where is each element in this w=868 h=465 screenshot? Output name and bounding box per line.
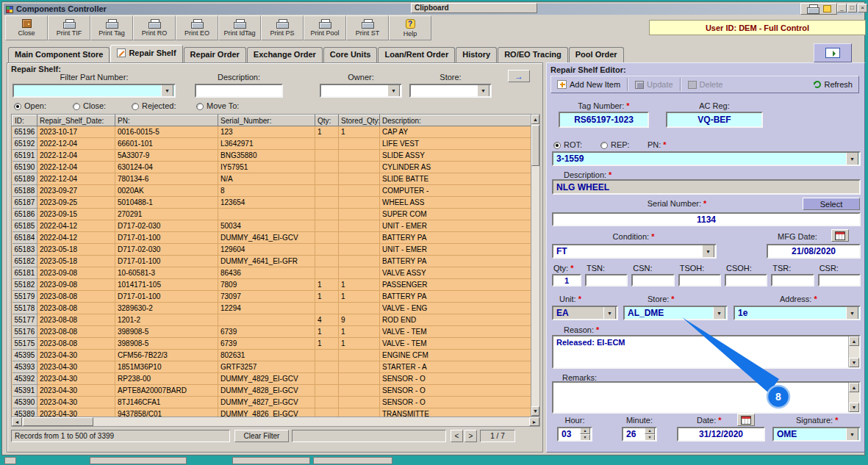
table-row[interactable]: 55178 2023-08-08 3289630-2 12294 VALVE -… (12, 303, 531, 314)
tsr-field[interactable] (771, 274, 814, 286)
col-pn[interactable]: PN: (115, 115, 218, 126)
prev-page-button[interactable]: < (451, 430, 463, 442)
table-row[interactable]: 65190 2022-12-04 630124-04 IY57951 CYLIN… (12, 162, 531, 173)
filter-owner-dropdown-icon[interactable]: ▼ (387, 84, 400, 97)
delete-button[interactable]: Delete (684, 79, 727, 90)
scroll-up-icon[interactable]: ▲ (849, 383, 859, 392)
reason-textarea[interactable]: Released: EI-ECM ▲ ▼ (552, 335, 861, 369)
table-row[interactable]: 55176 2023-08-08 398908-5 6739 1 1 VALVE… (12, 326, 531, 338)
scroll-up-icon[interactable]: ▲ (849, 336, 859, 346)
scroll-left-icon[interactable]: ◄ (12, 417, 22, 426)
col-serial-number[interactable]: Serial_Number: (218, 115, 315, 126)
store-dropdown-icon[interactable]: ▼ (713, 306, 725, 320)
hour-spinner[interactable]: ▲▼ (580, 428, 590, 441)
csr-field[interactable] (818, 274, 861, 286)
filter-part-number-input[interactable]: ▼ (12, 84, 176, 98)
col-description[interactable]: Description: (380, 115, 531, 126)
qty-field[interactable]: 1 (552, 274, 581, 286)
tab-repair-shelf[interactable]: Repair Shelf (110, 45, 182, 62)
csoh-field[interactable] (725, 274, 767, 286)
minute-spinner[interactable]: ▲▼ (645, 428, 655, 441)
scroll-down-icon[interactable]: ▼ (531, 406, 539, 416)
export-button[interactable] (814, 43, 852, 62)
scroll-up-icon[interactable]: ▲ (531, 115, 539, 124)
condition-select[interactable]: FT ▼ (552, 244, 717, 259)
print-st-button[interactable]: Print ST (346, 15, 389, 40)
radio-rejected[interactable]: Rejected: (132, 101, 176, 110)
tab-repair-order[interactable]: Repair Order (184, 47, 246, 62)
store-select[interactable]: AL_DME ▼ (623, 306, 728, 320)
table-row[interactable]: 55175 2023-08-08 398908-5 6739 1 1 VALVE… (12, 338, 531, 350)
table-row[interactable]: 65181 2023-09-08 10-60581-3 86436 VALVE … (12, 267, 531, 279)
unit-dropdown-icon[interactable]: ▼ (603, 306, 616, 320)
mfg-calendar-button[interactable] (831, 229, 849, 242)
table-row[interactable]: 65183 2023-05-18 D717-02-030 129604 UNIT… (12, 244, 531, 256)
table-row[interactable]: 65196 2023-10-17 0016-0015-5 123 1 1 CAP… (12, 126, 531, 138)
print-tif-button[interactable]: Print TIF (48, 15, 90, 40)
serial-number-field[interactable]: 1134 (552, 212, 861, 226)
pn-dropdown-icon[interactable]: ▼ (846, 152, 858, 165)
table-row[interactable]: 45392 2023-04-30 RP238-00 DUMMY_4829_EI-… (12, 373, 531, 385)
tsn-field[interactable] (585, 274, 628, 286)
table-row[interactable]: 45391 2023-04-30 APTE8A20007BARD DUMMY_4… (12, 385, 531, 397)
tab-loan-rent-order[interactable]: Loan/Rent Order (378, 47, 455, 62)
clear-filter-button[interactable]: Clear Filter (234, 430, 289, 442)
address-select[interactable]: 1e ▼ (734, 306, 861, 320)
hour-stepper[interactable]: 03 ▲▼ (557, 427, 592, 441)
table-row[interactable]: 55179 2023-08-08 D717-01-100 73097 1 1 B… (12, 291, 531, 303)
table-row[interactable]: 45393 2023-04-30 1851M36P10 GRTF3257 STA… (12, 361, 531, 373)
close-button[interactable]: Close (5, 15, 48, 40)
filter-description-input[interactable] (195, 84, 283, 98)
update-button[interactable]: Update (631, 79, 676, 90)
radio-move-to[interactable]: Move To: (196, 101, 239, 110)
scroll-down-icon[interactable]: ▼ (849, 403, 859, 412)
filter-store-select[interactable]: ▼ (409, 84, 492, 98)
close-window-button[interactable]: × (858, 4, 867, 12)
next-page-button[interactable]: > (465, 430, 477, 442)
table-row[interactable]: 65189 2022-12-04 780134-6 N/A SLIDE BATT… (12, 173, 531, 185)
table-row[interactable]: 65182 2023-05-18 D717-01-100 DUMMY_4641_… (12, 256, 531, 267)
signature-select[interactable]: OME ▼ (772, 427, 861, 441)
remarks-scrollbar[interactable]: ▲ ▼ (848, 383, 859, 412)
col-repair-shelf-date[interactable]: Repair_Shelf_Date: (37, 115, 115, 126)
print-pool-button[interactable]: Print Pool (304, 15, 346, 40)
table-row[interactable]: 65185 2022-04-12 D717-02-030 50034 UNIT … (12, 220, 531, 232)
signature-dropdown-icon[interactable]: ▼ (846, 428, 858, 441)
table-row[interactable]: 65187 2023-09-25 5010488-1 123654 WHEEL … (12, 197, 531, 209)
print-eo-button[interactable]: Print EO (176, 15, 218, 40)
tab-main-component-store[interactable]: Main Component Store (8, 47, 110, 62)
ac-reg-field[interactable]: VQ-BEF (666, 112, 763, 128)
tag-number-field[interactable]: RS65197-1023 (559, 112, 649, 128)
pn-select[interactable]: 3-1559 ▼ (552, 151, 861, 166)
radio-close[interactable]: Close: (73, 101, 106, 110)
col-qty[interactable]: Qty: (315, 115, 339, 126)
spin-up-icon[interactable]: ▲ (580, 428, 590, 434)
refresh-button[interactable]: Refresh (810, 79, 856, 90)
print-idtag-button[interactable]: Print IdTag (218, 15, 261, 40)
date-field[interactable]: 31/12/2020 (677, 427, 765, 441)
spin-down-icon[interactable]: ▼ (645, 434, 655, 441)
scroll-right-icon[interactable]: ► (529, 417, 539, 426)
table-row[interactable]: 55177 2023-08-08 1201-2 4 9 ROD END (12, 314, 531, 326)
tab-pool-order[interactable]: Pool Order (569, 47, 624, 62)
table-row[interactable]: 65192 2022-12-04 66601-101 L3642971 LIFE… (12, 138, 531, 150)
add-new-item-button[interactable]: Add New Item (553, 79, 624, 90)
unit-select[interactable]: EA ▼ (552, 306, 618, 320)
tools-shortcut-icon[interactable] (823, 5, 831, 12)
csn-field[interactable] (631, 274, 674, 286)
go-filter-button[interactable]: → (508, 70, 530, 82)
filter-store-dropdown-icon[interactable]: ▼ (477, 84, 489, 97)
tab-exchange-order[interactable]: Exchange Order (247, 47, 323, 62)
tsoh-field[interactable] (678, 274, 721, 286)
spin-down-icon[interactable]: ▼ (580, 434, 590, 441)
address-dropdown-icon[interactable]: ▼ (846, 306, 858, 320)
print-tag-button[interactable]: Print Tag (90, 15, 133, 40)
col-id[interactable]: ID: (12, 115, 37, 126)
maximize-button[interactable]: □ (847, 4, 857, 12)
table-row[interactable]: 65188 2023-09-27 0020AK 8 COMPUTER - (12, 185, 531, 197)
filter-part-dropdown-icon[interactable]: ▼ (161, 84, 173, 97)
spin-up-icon[interactable]: ▲ (645, 428, 655, 434)
date-calendar-button[interactable] (737, 414, 755, 426)
table-row[interactable]: 65191 2022-12-04 5A3307-9 BNG35880 SLIDE… (12, 150, 531, 162)
minute-stepper[interactable]: 26 ▲▼ (622, 427, 657, 441)
